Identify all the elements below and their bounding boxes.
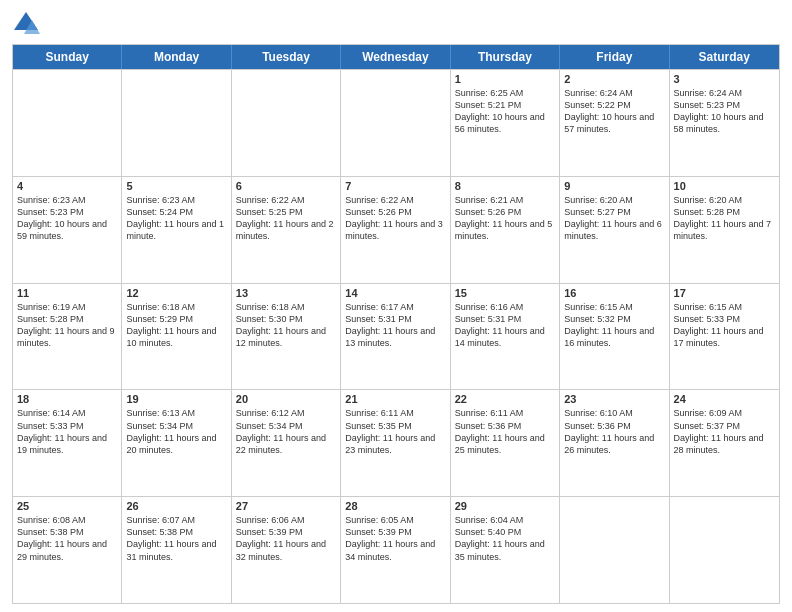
calendar-row: 18Sunrise: 6:14 AM Sunset: 5:33 PM Dayli… (13, 389, 779, 496)
day-number: 23 (564, 393, 664, 405)
header-cell-monday: Monday (122, 45, 231, 69)
calendar: SundayMondayTuesdayWednesdayThursdayFrid… (12, 44, 780, 604)
day-number: 26 (126, 500, 226, 512)
day-info: Sunrise: 6:21 AM Sunset: 5:26 PM Dayligh… (455, 194, 555, 243)
day-number: 1 (455, 73, 555, 85)
calendar-cell: 20Sunrise: 6:12 AM Sunset: 5:34 PM Dayli… (232, 390, 341, 496)
day-number: 22 (455, 393, 555, 405)
calendar-cell: 17Sunrise: 6:15 AM Sunset: 5:33 PM Dayli… (670, 284, 779, 390)
calendar-body: 1Sunrise: 6:25 AM Sunset: 5:21 PM Daylig… (13, 69, 779, 603)
calendar-row: 25Sunrise: 6:08 AM Sunset: 5:38 PM Dayli… (13, 496, 779, 603)
day-number: 9 (564, 180, 664, 192)
calendar-cell: 3Sunrise: 6:24 AM Sunset: 5:23 PM Daylig… (670, 70, 779, 176)
header-cell-thursday: Thursday (451, 45, 560, 69)
day-number: 8 (455, 180, 555, 192)
day-number: 17 (674, 287, 775, 299)
header-cell-friday: Friday (560, 45, 669, 69)
day-number: 6 (236, 180, 336, 192)
day-info: Sunrise: 6:18 AM Sunset: 5:30 PM Dayligh… (236, 301, 336, 350)
day-number: 14 (345, 287, 445, 299)
day-number: 28 (345, 500, 445, 512)
calendar-cell (670, 497, 779, 603)
header-cell-sunday: Sunday (13, 45, 122, 69)
calendar-cell: 22Sunrise: 6:11 AM Sunset: 5:36 PM Dayli… (451, 390, 560, 496)
day-info: Sunrise: 6:07 AM Sunset: 5:38 PM Dayligh… (126, 514, 226, 563)
day-info: Sunrise: 6:16 AM Sunset: 5:31 PM Dayligh… (455, 301, 555, 350)
day-info: Sunrise: 6:13 AM Sunset: 5:34 PM Dayligh… (126, 407, 226, 456)
logo-icon (12, 10, 40, 38)
day-info: Sunrise: 6:09 AM Sunset: 5:37 PM Dayligh… (674, 407, 775, 456)
day-number: 12 (126, 287, 226, 299)
day-info: Sunrise: 6:22 AM Sunset: 5:25 PM Dayligh… (236, 194, 336, 243)
header-cell-tuesday: Tuesday (232, 45, 341, 69)
calendar-cell: 7Sunrise: 6:22 AM Sunset: 5:26 PM Daylig… (341, 177, 450, 283)
day-info: Sunrise: 6:05 AM Sunset: 5:39 PM Dayligh… (345, 514, 445, 563)
day-number: 3 (674, 73, 775, 85)
header (12, 10, 780, 38)
logo (12, 10, 44, 38)
day-number: 20 (236, 393, 336, 405)
calendar-cell: 5Sunrise: 6:23 AM Sunset: 5:24 PM Daylig… (122, 177, 231, 283)
calendar-cell: 23Sunrise: 6:10 AM Sunset: 5:36 PM Dayli… (560, 390, 669, 496)
day-number: 16 (564, 287, 664, 299)
calendar-cell: 15Sunrise: 6:16 AM Sunset: 5:31 PM Dayli… (451, 284, 560, 390)
day-info: Sunrise: 6:12 AM Sunset: 5:34 PM Dayligh… (236, 407, 336, 456)
day-info: Sunrise: 6:23 AM Sunset: 5:23 PM Dayligh… (17, 194, 117, 243)
day-info: Sunrise: 6:11 AM Sunset: 5:35 PM Dayligh… (345, 407, 445, 456)
day-info: Sunrise: 6:25 AM Sunset: 5:21 PM Dayligh… (455, 87, 555, 136)
calendar-cell: 18Sunrise: 6:14 AM Sunset: 5:33 PM Dayli… (13, 390, 122, 496)
day-number: 24 (674, 393, 775, 405)
calendar-header: SundayMondayTuesdayWednesdayThursdayFrid… (13, 45, 779, 69)
day-info: Sunrise: 6:20 AM Sunset: 5:27 PM Dayligh… (564, 194, 664, 243)
day-info: Sunrise: 6:06 AM Sunset: 5:39 PM Dayligh… (236, 514, 336, 563)
day-number: 10 (674, 180, 775, 192)
day-info: Sunrise: 6:23 AM Sunset: 5:24 PM Dayligh… (126, 194, 226, 243)
calendar-cell: 26Sunrise: 6:07 AM Sunset: 5:38 PM Dayli… (122, 497, 231, 603)
day-number: 18 (17, 393, 117, 405)
header-cell-saturday: Saturday (670, 45, 779, 69)
calendar-cell: 13Sunrise: 6:18 AM Sunset: 5:30 PM Dayli… (232, 284, 341, 390)
day-info: Sunrise: 6:20 AM Sunset: 5:28 PM Dayligh… (674, 194, 775, 243)
day-number: 15 (455, 287, 555, 299)
calendar-cell (560, 497, 669, 603)
calendar-cell: 8Sunrise: 6:21 AM Sunset: 5:26 PM Daylig… (451, 177, 560, 283)
calendar-cell: 11Sunrise: 6:19 AM Sunset: 5:28 PM Dayli… (13, 284, 122, 390)
day-info: Sunrise: 6:14 AM Sunset: 5:33 PM Dayligh… (17, 407, 117, 456)
page: SundayMondayTuesdayWednesdayThursdayFrid… (0, 0, 792, 612)
calendar-cell: 4Sunrise: 6:23 AM Sunset: 5:23 PM Daylig… (13, 177, 122, 283)
calendar-cell: 6Sunrise: 6:22 AM Sunset: 5:25 PM Daylig… (232, 177, 341, 283)
day-number: 27 (236, 500, 336, 512)
day-info: Sunrise: 6:10 AM Sunset: 5:36 PM Dayligh… (564, 407, 664, 456)
day-info: Sunrise: 6:24 AM Sunset: 5:23 PM Dayligh… (674, 87, 775, 136)
calendar-cell: 19Sunrise: 6:13 AM Sunset: 5:34 PM Dayli… (122, 390, 231, 496)
calendar-row: 4Sunrise: 6:23 AM Sunset: 5:23 PM Daylig… (13, 176, 779, 283)
day-number: 21 (345, 393, 445, 405)
day-info: Sunrise: 6:15 AM Sunset: 5:33 PM Dayligh… (674, 301, 775, 350)
calendar-cell: 24Sunrise: 6:09 AM Sunset: 5:37 PM Dayli… (670, 390, 779, 496)
day-info: Sunrise: 6:04 AM Sunset: 5:40 PM Dayligh… (455, 514, 555, 563)
header-cell-wednesday: Wednesday (341, 45, 450, 69)
calendar-cell: 21Sunrise: 6:11 AM Sunset: 5:35 PM Dayli… (341, 390, 450, 496)
calendar-cell (122, 70, 231, 176)
calendar-cell: 29Sunrise: 6:04 AM Sunset: 5:40 PM Dayli… (451, 497, 560, 603)
day-number: 2 (564, 73, 664, 85)
calendar-cell: 9Sunrise: 6:20 AM Sunset: 5:27 PM Daylig… (560, 177, 669, 283)
day-info: Sunrise: 6:11 AM Sunset: 5:36 PM Dayligh… (455, 407, 555, 456)
day-number: 25 (17, 500, 117, 512)
calendar-cell: 14Sunrise: 6:17 AM Sunset: 5:31 PM Dayli… (341, 284, 450, 390)
calendar-row: 1Sunrise: 6:25 AM Sunset: 5:21 PM Daylig… (13, 69, 779, 176)
calendar-cell: 16Sunrise: 6:15 AM Sunset: 5:32 PM Dayli… (560, 284, 669, 390)
calendar-cell: 28Sunrise: 6:05 AM Sunset: 5:39 PM Dayli… (341, 497, 450, 603)
calendar-cell: 27Sunrise: 6:06 AM Sunset: 5:39 PM Dayli… (232, 497, 341, 603)
day-number: 7 (345, 180, 445, 192)
calendar-cell: 25Sunrise: 6:08 AM Sunset: 5:38 PM Dayli… (13, 497, 122, 603)
day-info: Sunrise: 6:24 AM Sunset: 5:22 PM Dayligh… (564, 87, 664, 136)
day-info: Sunrise: 6:22 AM Sunset: 5:26 PM Dayligh… (345, 194, 445, 243)
calendar-cell: 12Sunrise: 6:18 AM Sunset: 5:29 PM Dayli… (122, 284, 231, 390)
day-number: 5 (126, 180, 226, 192)
calendar-cell: 2Sunrise: 6:24 AM Sunset: 5:22 PM Daylig… (560, 70, 669, 176)
day-info: Sunrise: 6:19 AM Sunset: 5:28 PM Dayligh… (17, 301, 117, 350)
day-number: 11 (17, 287, 117, 299)
calendar-cell: 10Sunrise: 6:20 AM Sunset: 5:28 PM Dayli… (670, 177, 779, 283)
calendar-row: 11Sunrise: 6:19 AM Sunset: 5:28 PM Dayli… (13, 283, 779, 390)
